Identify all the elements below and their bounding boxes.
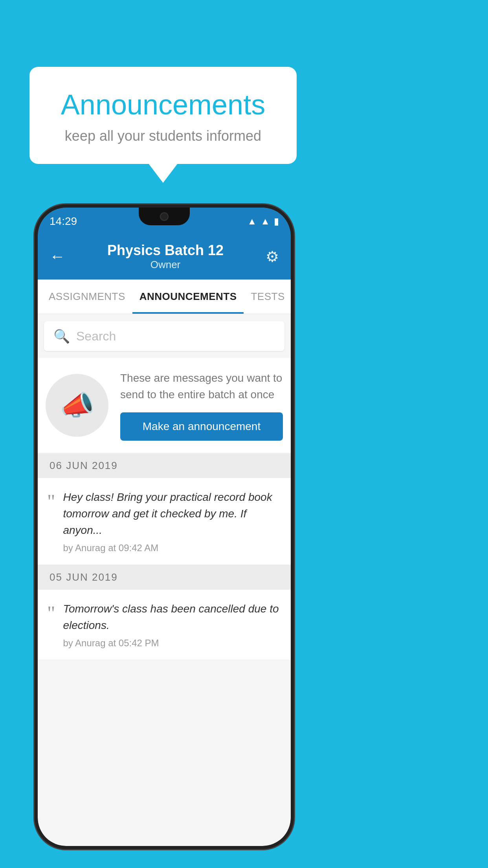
owner-subtitle: Owner [107,259,224,271]
tab-bar: ASSIGNMENTS ANNOUNCEMENTS TESTS [38,280,291,314]
empty-state-description: These are messages you want to send to t… [120,370,283,403]
tab-announcements[interactable]: ANNOUNCEMENTS [132,280,244,314]
phone-screen: 14:29 ▲ ▲ ▮ ← Physics Batch 12 Owner ⚙ A… [38,208,291,846]
announcement-item-1[interactable]: " Hey class! Bring your practical record… [38,478,291,565]
signal-icon: ▲ [261,216,270,227]
screen-content: 🔍 Search 📣 These are messages you want t… [38,314,291,846]
volume-up-button [35,337,37,369]
date-separator-1: 06 JUN 2019 [38,453,291,478]
quote-icon-1: " [47,491,55,511]
header-title-block: Physics Batch 12 Owner [107,242,224,271]
phone-frame: 14:29 ▲ ▲ ▮ ← Physics Batch 12 Owner ⚙ A… [35,204,294,849]
search-icon: 🔍 [53,328,70,344]
status-bar: 14:29 ▲ ▲ ▮ [38,208,291,235]
notch [139,208,190,225]
tab-assignments[interactable]: ASSIGNMENTS [42,280,132,314]
quote-icon-2: " [47,603,55,623]
card-title: Announcements [53,88,273,121]
search-bar[interactable]: 🔍 Search [44,321,284,351]
empty-state: 📣 These are messages you want to send to… [38,358,291,452]
date-separator-2: 05 JUN 2019 [38,565,291,590]
front-camera [160,212,169,221]
status-icons: ▲ ▲ ▮ [247,216,279,227]
status-time: 14:29 [50,215,77,228]
make-announcement-button[interactable]: Make an announcement [120,412,283,441]
announcement-content-1: Hey class! Bring your practical record b… [63,489,281,554]
announcement-meta-1: by Anurag at 09:42 AM [63,542,281,554]
card-subtitle: keep all your students informed [53,128,273,144]
batch-title: Physics Batch 12 [107,242,224,259]
megaphone-icon: 📣 [60,389,94,421]
battery-icon: ▮ [274,216,279,227]
announcement-item-2[interactable]: " Tomorrow's class has been cancelled du… [38,590,291,660]
announcement-card: Announcements keep all your students inf… [29,67,297,164]
wifi-icon: ▲ [247,216,257,227]
power-button [292,333,294,365]
search-placeholder: Search [76,329,116,344]
volume-down-button [35,381,37,412]
announcement-text-2: Tomorrow's class has been cancelled due … [63,601,281,634]
tab-tests[interactable]: TESTS [244,280,291,314]
volume-silent-button [35,306,37,326]
empty-state-content: These are messages you want to send to t… [120,370,283,441]
app-header: ← Physics Batch 12 Owner ⚙ [38,235,291,280]
settings-icon[interactable]: ⚙ [266,248,279,265]
back-button[interactable]: ← [50,248,65,265]
announcement-text-1: Hey class! Bring your practical record b… [63,489,281,539]
announcement-meta-2: by Anurag at 05:42 PM [63,638,281,649]
announcement-content-2: Tomorrow's class has been cancelled due … [63,601,281,649]
megaphone-circle: 📣 [46,374,108,437]
